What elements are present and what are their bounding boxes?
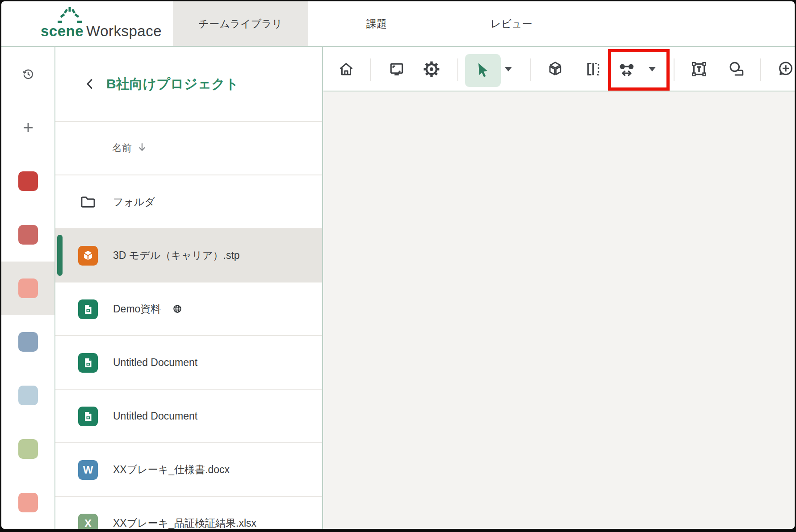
excel-file-icon: X	[78, 514, 98, 529]
document-file-icon	[78, 353, 98, 373]
mirror-section-icon[interactable]	[583, 59, 603, 79]
toolbar-separator	[674, 58, 675, 81]
left-rail	[1, 47, 55, 529]
sort-header-name[interactable]: 名前	[55, 122, 322, 175]
rail-swatch-3[interactable]	[18, 278, 38, 298]
toolbar-separator	[530, 58, 531, 81]
file-name: Untitled Document	[113, 410, 197, 422]
file-name: XXブレーキ_品証検証結果.xlsx	[113, 516, 256, 529]
app-logo: sceneWorkspace	[41, 1, 170, 46]
screen-icon[interactable]	[387, 59, 406, 79]
selected-row-indicator	[57, 235, 63, 276]
document-file-icon	[78, 407, 98, 426]
rail-swatch-2[interactable]	[18, 225, 38, 245]
screenshot-frame: sceneWorkspace チームライブラリ 課題 レビュー	[0, 0, 796, 532]
add-pin-icon[interactable]	[775, 59, 795, 79]
list-item-untitled-2[interactable]: Untitled Document	[55, 390, 322, 443]
history-icon[interactable]	[21, 67, 35, 81]
tab-review[interactable]: レビュー	[471, 1, 552, 46]
folder-icon	[78, 192, 98, 212]
rail-swatch-1[interactable]	[18, 171, 38, 191]
list-item-3d-model[interactable]: 3D モデル（キャリア）.stp	[55, 229, 322, 283]
add-icon[interactable]	[21, 121, 35, 134]
toolbar-separator	[457, 58, 458, 81]
app-window: sceneWorkspace チームライブラリ 課題 レビュー	[1, 1, 795, 529]
sort-descending-icon	[136, 141, 148, 155]
list-item-qa-xlsx[interactable]: X XXブレーキ_品証検証結果.xlsx	[55, 497, 322, 529]
toolbar-separator	[760, 58, 761, 81]
tab-team-library[interactable]: チームライブラリ	[173, 1, 308, 46]
word-file-icon: W	[78, 460, 98, 480]
rail-swatch-4[interactable]	[18, 332, 38, 352]
select-tool-button[interactable]	[465, 54, 501, 87]
list-item-demo-doc[interactable]: Demo資料	[55, 283, 322, 336]
file-name: Untitled Document	[113, 357, 197, 369]
project-panel: B社向けプロジェクト 名前 フォルダ	[55, 47, 323, 529]
viewer-toolbar	[323, 47, 795, 91]
list-item-folder[interactable]: フォルダ	[55, 175, 322, 229]
rail-swatch-7[interactable]	[18, 493, 38, 512]
select-tool-dropdown-caret[interactable]	[505, 67, 512, 71]
project-title: B社向けプロジェクト	[106, 75, 239, 93]
3d-cube-icon[interactable]	[545, 59, 565, 79]
rail-swatch-6[interactable]	[18, 439, 38, 459]
logo-text: sceneWorkspace	[41, 23, 162, 40]
shared-globe-icon	[172, 304, 182, 314]
measure-tool-dropdown-caret[interactable]	[649, 67, 656, 71]
lasso-select-icon[interactable]	[727, 59, 746, 79]
3d-model-file-icon	[78, 246, 98, 266]
measure-tool-icon[interactable]	[617, 59, 637, 79]
file-name: 3D モデル（キャリア）.stp	[113, 249, 240, 262]
list-item-spec-docx[interactable]: W XXブレーキ_仕様書.docx	[55, 443, 322, 497]
sort-label: 名前	[112, 141, 132, 155]
text-box-icon[interactable]	[689, 59, 709, 79]
project-header: B社向けプロジェクト	[55, 47, 322, 122]
logo-scene: scene	[41, 23, 84, 39]
settings-gear-icon[interactable]	[422, 59, 441, 79]
file-name: XXブレーキ_仕様書.docx	[113, 463, 230, 477]
back-chevron-icon[interactable]	[83, 77, 96, 91]
top-nav: sceneWorkspace チームライブラリ 課題 レビュー	[1, 1, 795, 47]
home-icon[interactable]	[336, 59, 356, 79]
cursor-icon	[475, 63, 490, 78]
viewer-canvas[interactable]	[323, 91, 795, 529]
logo-workspace: Workspace	[86, 23, 162, 39]
file-name: Demo資料	[113, 302, 161, 316]
rail-swatch-5[interactable]	[18, 386, 38, 405]
list-item-untitled-1[interactable]: Untitled Document	[55, 336, 322, 390]
document-file-icon	[78, 299, 98, 319]
file-name: フォルダ	[113, 195, 155, 209]
logo-sunburst-icon	[57, 6, 83, 24]
toolbar-separator	[370, 58, 371, 81]
tab-issues[interactable]: 課題	[341, 1, 412, 46]
